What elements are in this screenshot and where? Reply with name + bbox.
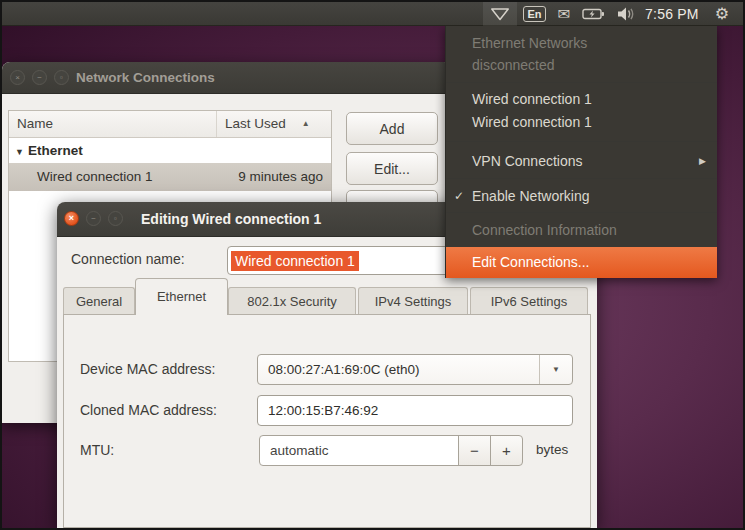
edit-button[interactable]: Edit... bbox=[346, 152, 438, 185]
menu-item-connection-information: Connection Information bbox=[446, 219, 717, 241]
mtu-label: MTU: bbox=[80, 439, 114, 461]
menu-separator bbox=[446, 141, 717, 142]
network-connections-titlebar[interactable]: × − ▫ Network Connections bbox=[2, 62, 452, 94]
keyboard-indicator[interactable]: En bbox=[517, 2, 551, 26]
chevron-down-icon[interactable]: ▼ bbox=[539, 355, 572, 384]
submenu-arrow-icon: ▶ bbox=[699, 150, 706, 172]
tab-8021x-security[interactable]: 802.1x Security bbox=[228, 287, 356, 315]
network-icon bbox=[489, 6, 511, 22]
close-icon[interactable]: × bbox=[64, 211, 79, 226]
battery-icon bbox=[582, 8, 605, 20]
menu-separator bbox=[446, 178, 717, 179]
decrement-button[interactable]: − bbox=[458, 435, 491, 466]
network-indicator[interactable] bbox=[483, 2, 517, 26]
messaging-indicator[interactable]: ✉ bbox=[552, 2, 577, 26]
network-menu: Ethernet Networks disconnected Wired con… bbox=[445, 26, 717, 278]
tab-general[interactable]: General bbox=[63, 287, 135, 315]
menu-item-wired-connection-1b[interactable]: Wired connection 1 bbox=[446, 111, 717, 133]
table-row[interactable]: Wired connection 1 9 minutes ago bbox=[9, 163, 331, 191]
battery-indicator[interactable] bbox=[576, 2, 611, 26]
mtu-unit-label: bytes bbox=[536, 439, 568, 461]
session-menu[interactable]: ⚙ bbox=[707, 2, 737, 26]
sort-ascending-icon: ▲ bbox=[302, 111, 310, 137]
close-icon[interactable]: × bbox=[10, 70, 25, 85]
mtu-stepper: automatic − + bbox=[259, 435, 523, 466]
increment-button[interactable]: + bbox=[490, 435, 523, 466]
connection-name-label: Connection name: bbox=[71, 248, 185, 270]
desktop: × − ▫ Network Connections Name Last Used… bbox=[0, 0, 745, 530]
ethernet-tab-panel: Device MAC address: 08:00:27:A1:69:0C (e… bbox=[63, 314, 591, 528]
gear-icon: ⚙ bbox=[713, 4, 731, 23]
selected-text: Wired connection 1 bbox=[231, 251, 359, 271]
column-header-last-used[interactable]: Last Used ▲ bbox=[217, 111, 331, 137]
cloned-mac-value: 12:00:15:B7:46:92 bbox=[258, 403, 378, 418]
cloned-mac-label: Cloned MAC address: bbox=[80, 399, 217, 421]
tab-ethernet[interactable]: Ethernet bbox=[135, 278, 228, 315]
mail-icon: ✉ bbox=[558, 6, 571, 21]
tab-ipv4-settings[interactable]: IPv4 Settings bbox=[358, 287, 468, 315]
check-icon: ✓ bbox=[454, 185, 464, 207]
volume-icon bbox=[617, 7, 635, 21]
add-button[interactable]: Add bbox=[346, 112, 438, 145]
device-mac-value: 08:00:27:A1:69:0C (eth0) bbox=[258, 362, 539, 377]
menu-item-disconnected: disconnected bbox=[446, 54, 717, 76]
cloned-mac-input[interactable]: 12:00:15:B7:46:92 bbox=[257, 395, 573, 426]
menu-separator bbox=[446, 212, 717, 213]
list-header: Name Last Used ▲ bbox=[9, 111, 331, 138]
dialog-title: Editing Wired connection 1 bbox=[141, 202, 321, 237]
expander-icon[interactable]: ▼ bbox=[9, 147, 28, 157]
menu-item-wired-connection-1[interactable]: Wired connection 1 bbox=[446, 88, 717, 110]
device-mac-label: Device MAC address: bbox=[80, 358, 215, 380]
minimize-icon[interactable]: − bbox=[32, 70, 47, 85]
ethernet-group-row[interactable]: ▼Ethernet bbox=[9, 138, 331, 163]
menu-separator bbox=[446, 82, 717, 83]
top-panel: En ✉ 7:56 PM ⚙ bbox=[2, 2, 743, 26]
menu-item-ethernet-networks: Ethernet Networks bbox=[446, 32, 717, 54]
tab-ipv6-settings[interactable]: IPv6 Settings bbox=[470, 287, 588, 315]
window-title: Network Connections bbox=[76, 62, 215, 94]
menu-item-edit-connections[interactable]: Edit Connections... bbox=[446, 247, 717, 278]
maximize-icon[interactable]: ▫ bbox=[108, 211, 123, 226]
mtu-input[interactable]: automatic bbox=[259, 435, 459, 466]
connection-name-cell: Wired connection 1 bbox=[9, 163, 153, 191]
column-header-name[interactable]: Name bbox=[9, 111, 217, 137]
menu-item-enable-networking[interactable]: ✓ Enable Networking bbox=[446, 185, 717, 207]
menu-item-vpn-connections[interactable]: VPN Connections ▶ bbox=[446, 150, 717, 172]
maximize-icon[interactable]: ▫ bbox=[54, 70, 69, 85]
last-used-cell: 9 minutes ago bbox=[238, 163, 331, 191]
minimize-icon[interactable]: − bbox=[86, 211, 101, 226]
keyboard-layout-label: En bbox=[523, 6, 545, 22]
clock[interactable]: 7:56 PM bbox=[641, 6, 707, 22]
device-mac-combobox[interactable]: 08:00:27:A1:69:0C (eth0) ▼ bbox=[257, 354, 573, 385]
sound-indicator[interactable] bbox=[611, 2, 641, 26]
